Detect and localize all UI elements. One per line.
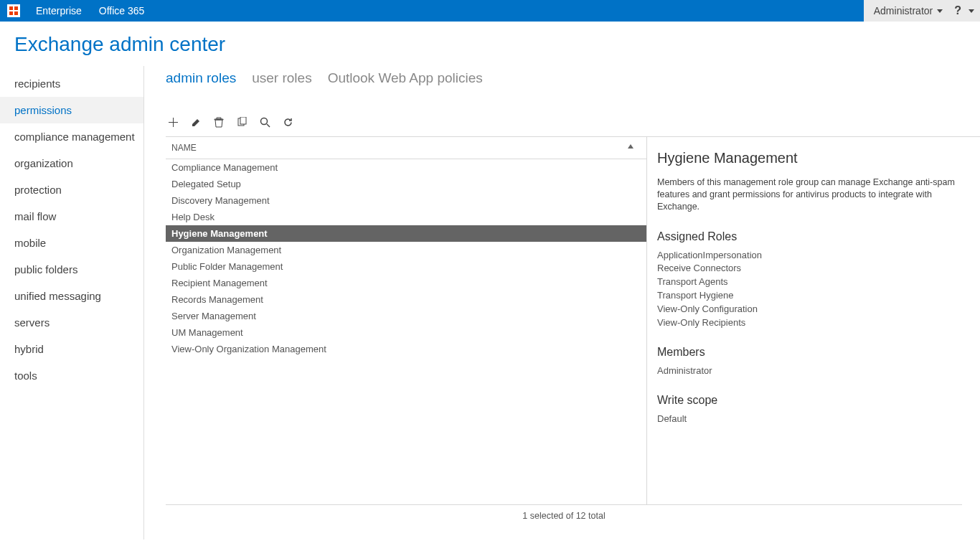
sidebar-item-organization[interactable]: organization [0, 150, 143, 176]
sidebar-item-servers[interactable]: servers [0, 309, 143, 336]
refresh-button[interactable] [281, 115, 295, 129]
table-row[interactable]: View-Only Organization Management [166, 341, 646, 357]
top-bar: Enterprise Office 365 Administrator ? [0, 0, 980, 22]
toolbar [166, 115, 980, 129]
tab-admin-roles[interactable]: admin roles [166, 70, 236, 86]
section-title-write-scope: Write scope [657, 394, 970, 407]
office-logo-icon [7, 4, 20, 17]
svg-rect-0 [9, 6, 13, 10]
search-button[interactable] [258, 115, 272, 129]
list-item: Default [657, 413, 970, 426]
sidebar-item-public-folders[interactable]: public folders [0, 256, 143, 283]
user-name: Administrator [874, 5, 933, 17]
column-header-name: NAME [171, 143, 197, 153]
table-row[interactable]: Delegated Setup [166, 176, 646, 192]
write-scope-list: Default [657, 413, 970, 426]
sidebar-item-unified-messaging[interactable]: unified messaging [0, 283, 143, 309]
table-row[interactable]: Records Management [166, 291, 646, 308]
section-title-members: Members [657, 346, 970, 359]
top-link-enterprise[interactable]: Enterprise [27, 0, 90, 22]
svg-point-6 [260, 118, 267, 124]
svg-rect-1 [14, 6, 18, 10]
svg-rect-5 [240, 117, 246, 124]
tab-Outlook-Web-App-policies[interactable]: Outlook Web App policies [328, 70, 483, 86]
sidebar-item-mobile[interactable]: mobile [0, 230, 143, 256]
left-nav: recipientspermissionscompliance manageme… [0, 66, 144, 540]
list-footer: 1 selected of 12 total [166, 504, 962, 527]
caret-down-icon [937, 9, 943, 13]
user-menu[interactable]: Administrator ? [864, 0, 980, 22]
list-item: View-Only Configuration [657, 303, 970, 316]
top-link-office365[interactable]: Office 365 [90, 0, 154, 22]
table-row[interactable]: Help Desk [166, 209, 646, 225]
assigned-roles-list: ApplicationImpersonationReceive Connecto… [657, 249, 970, 330]
sidebar-item-tools[interactable]: tools [0, 362, 143, 389]
role-list: NAME Compliance ManagementDelegated Setu… [166, 137, 647, 504]
table-row[interactable]: UM Management [166, 324, 646, 341]
delete-button[interactable] [212, 115, 226, 129]
section-title-assigned-roles: Assigned Roles [657, 230, 970, 243]
tab-user-roles[interactable]: user roles [252, 70, 311, 86]
detail-description: Members of this management role group ca… [657, 176, 970, 213]
detail-title: Hygiene Management [657, 150, 970, 166]
sort-ascending-icon [628, 144, 633, 149]
list-item: View-Only Recipients [657, 316, 970, 330]
edit-button[interactable] [189, 115, 203, 129]
page-title: Exchange admin center [0, 22, 980, 66]
table-row[interactable]: Recipient Management [166, 275, 646, 291]
table-row[interactable]: Discovery Management [166, 192, 646, 209]
table-row[interactable]: Compliance Management [166, 159, 646, 176]
table-row[interactable]: Hygiene Management [166, 225, 646, 242]
list-item: Transport Hygiene [657, 289, 970, 303]
list-item: Transport Agents [657, 276, 970, 289]
sidebar-item-compliance-management[interactable]: compliance management [0, 123, 143, 150]
svg-rect-2 [9, 11, 13, 15]
table-row[interactable]: Organization Management [166, 242, 646, 258]
caret-down-icon [969, 9, 974, 13]
list-item: ApplicationImpersonation [657, 249, 970, 263]
svg-rect-3 [14, 11, 18, 15]
sidebar-item-protection[interactable]: protection [0, 176, 143, 203]
sidebar-item-hybrid[interactable]: hybrid [0, 336, 143, 362]
list-body: Compliance ManagementDelegated SetupDisc… [166, 159, 646, 504]
sidebar-item-recipients[interactable]: recipients [0, 70, 143, 97]
tab-bar: admin rolesuser rolesOutlook Web App pol… [166, 66, 980, 86]
list-item: Receive Connectors [657, 262, 970, 276]
details-pane: Hygiene Management Members of this manag… [647, 137, 980, 504]
copy-button[interactable] [235, 115, 249, 129]
table-row[interactable]: Public Folder Management [166, 258, 646, 275]
members-list: Administrator [657, 364, 970, 378]
list-item: Administrator [657, 364, 970, 378]
list-header[interactable]: NAME [166, 137, 646, 159]
sidebar-item-mail-flow[interactable]: mail flow [0, 203, 143, 230]
sidebar-item-permissions[interactable]: permissions [0, 97, 143, 123]
add-button[interactable] [166, 115, 180, 129]
table-row[interactable]: Server Management [166, 308, 646, 324]
help-icon[interactable]: ? [954, 4, 961, 17]
